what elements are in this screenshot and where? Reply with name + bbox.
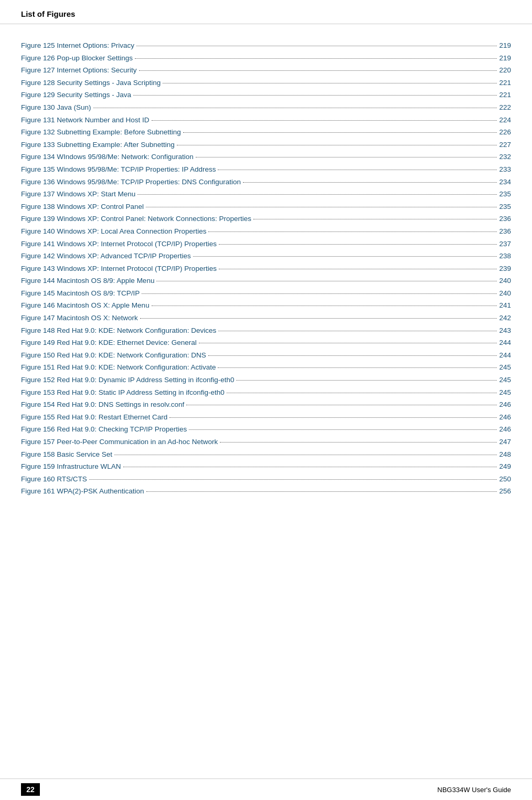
toc-entry-page: 250 xyxy=(499,473,511,485)
toc-dots xyxy=(142,293,497,294)
toc-entry: Figure 145 Macintosh OS 8/9: TCP/IP240 xyxy=(21,288,511,299)
toc-dots xyxy=(135,58,497,59)
toc-entry-page: 232 xyxy=(499,151,511,163)
toc-content: Figure 125 Internet Options: Privacy219F… xyxy=(0,35,532,540)
toc-entry: Figure 130 Java (Sun)222 xyxy=(21,102,511,113)
toc-entry-label: Figure 160 RTS/CTS xyxy=(21,473,87,485)
toc-entry-label: Figure 158 Basic Service Set xyxy=(21,449,112,460)
toc-entry-label: Figure 132 Subnetting Example: Before Su… xyxy=(21,127,181,138)
toc-entry-page: 219 xyxy=(499,40,511,51)
toc-entry-page: 243 xyxy=(499,325,511,336)
toc-entry: Figure 126 Pop-up Blocker Settings219 xyxy=(21,52,511,64)
toc-entry-label: Figure 149 Red Hat 9.0: KDE: Ethernet De… xyxy=(21,337,197,349)
toc-entry-label: Figure 141 Windows XP: Internet Protocol… xyxy=(21,238,217,250)
toc-entry-label: Figure 129 Security Settings - Java xyxy=(21,89,131,101)
toc-entry: Figure 125 Internet Options: Privacy219 xyxy=(21,40,511,51)
toc-dots xyxy=(136,46,497,46)
toc-entry: Figure 146 Macintosh OS X: Apple Menu241 xyxy=(21,300,511,311)
toc-dots xyxy=(218,367,497,368)
toc-entry-label: Figure 155 Red Hat 9.0: Restart Ethernet… xyxy=(21,412,167,423)
toc-entry-page: 233 xyxy=(499,164,511,175)
toc-entry-page: 248 xyxy=(499,449,511,460)
toc-entry: Figure 128 Security Settings - Java Scri… xyxy=(21,77,511,89)
toc-entry: Figure 153 Red Hat 9.0: Static IP Addres… xyxy=(21,387,511,398)
toc-entry-label: Figure 150 Red Hat 9.0: KDE: Network Con… xyxy=(21,350,206,361)
toc-entry: Figure 160 RTS/CTS250 xyxy=(21,473,511,485)
toc-dots xyxy=(89,479,497,480)
toc-dots xyxy=(137,194,497,195)
toc-dots xyxy=(163,83,497,83)
toc-entry: Figure 134 WIndows 95/98/Me: Network: Co… xyxy=(21,151,511,163)
toc-entry: Figure 132 Subnetting Example: Before Su… xyxy=(21,127,511,138)
toc-dots xyxy=(152,306,497,306)
toc-dots xyxy=(253,219,497,219)
toc-dots xyxy=(114,455,497,455)
toc-entry: Figure 142 Windows XP: Advanced TCP/IP P… xyxy=(21,250,511,262)
toc-entry: Figure 159 Infrastructure WLAN249 xyxy=(21,461,511,472)
toc-entry-page: 237 xyxy=(499,238,511,250)
toc-entry: Figure 138 Windows XP: Control Panel235 xyxy=(21,201,511,213)
toc-entry-page: 245 xyxy=(499,374,511,386)
toc-entry-page: 240 xyxy=(499,288,511,299)
toc-entry-page: 239 xyxy=(499,263,511,275)
toc-dots xyxy=(236,380,497,381)
toc-entry: Figure 154 Red Hat 9.0: DNS Settings in … xyxy=(21,399,511,410)
toc-entry: Figure 143 Windows XP: Internet Protocol… xyxy=(21,263,511,275)
toc-entry-label: Figure 152 Red Hat 9.0: Dynamic IP Addre… xyxy=(21,374,234,386)
toc-dots xyxy=(189,429,497,430)
toc-entry-page: 246 xyxy=(499,412,511,423)
toc-entry-page: 241 xyxy=(499,300,511,311)
toc-entry-label: Figure 135 Windows 95/98/Me: TCP/IP Prop… xyxy=(21,164,216,175)
toc-entry: Figure 144 Macintosh OS 8/9: Apple Menu2… xyxy=(21,275,511,287)
toc-entry-page: 235 xyxy=(499,188,511,200)
toc-entry-page: 224 xyxy=(499,114,511,126)
toc-entry: Figure 152 Red Hat 9.0: Dynamic IP Addre… xyxy=(21,374,511,386)
toc-entry: Figure 129 Security Settings - Java221 xyxy=(21,89,511,101)
toc-entry: Figure 148 Red Hat 9.0: KDE: Network Con… xyxy=(21,325,511,336)
toc-entry: Figure 141 Windows XP: Internet Protocol… xyxy=(21,238,511,250)
toc-dots xyxy=(177,145,497,145)
toc-entry-page: 244 xyxy=(499,337,511,349)
toc-entry: Figure 139 Windows XP: Control Panel: Ne… xyxy=(21,213,511,225)
toc-entry-page: 245 xyxy=(499,387,511,398)
toc-entry-page: 227 xyxy=(499,139,511,151)
toc-entry-page: 249 xyxy=(499,461,511,472)
toc-entry: Figure 158 Basic Service Set248 xyxy=(21,449,511,460)
toc-entry-page: 236 xyxy=(499,226,511,237)
toc-entry-label: Figure 148 Red Hat 9.0: KDE: Network Con… xyxy=(21,325,216,336)
toc-entry-label: Figure 125 Internet Options: Privacy xyxy=(21,40,134,51)
toc-dots xyxy=(208,231,497,232)
toc-entry-label: Figure 143 Windows XP: Internet Protocol… xyxy=(21,263,217,275)
toc-entry-label: Figure 127 Internet Options: Security xyxy=(21,65,137,76)
toc-entry: Figure 136 Windows 95/98/Me: TCP/IP Prop… xyxy=(21,176,511,188)
toc-entry-page: 236 xyxy=(499,213,511,225)
toc-entry-page: 247 xyxy=(499,436,511,448)
toc-dots xyxy=(227,393,497,393)
toc-entry: Figure 156 Red Hat 9.0: Checking TCP/IP … xyxy=(21,424,511,435)
toc-entry: Figure 133 Subnetting Example: After Sub… xyxy=(21,139,511,151)
toc-dots xyxy=(93,108,497,108)
toc-entry-label: Figure 157 Peer-to-Peer Communication in… xyxy=(21,436,218,448)
toc-dots xyxy=(196,157,497,157)
toc-entry-label: Figure 133 Subnetting Example: After Sub… xyxy=(21,139,175,151)
toc-dots xyxy=(169,417,497,418)
toc-dots xyxy=(146,207,497,207)
toc-entry-page: 222 xyxy=(499,102,511,113)
toc-dots xyxy=(133,95,497,96)
toc-entry: Figure 137 Windows XP: Start Menu235 xyxy=(21,188,511,200)
toc-entry: Figure 161 WPA(2)-PSK Authentication256 xyxy=(21,486,511,497)
toc-entry: Figure 135 Windows 95/98/Me: TCP/IP Prop… xyxy=(21,164,511,175)
toc-dots xyxy=(183,132,497,133)
toc-dots xyxy=(146,491,497,492)
toc-entry: Figure 140 Windows XP: Local Area Connec… xyxy=(21,226,511,237)
toc-entry-page: 219 xyxy=(499,52,511,64)
toc-dots xyxy=(219,269,497,269)
toc-dots xyxy=(218,331,497,331)
page-title: List of Figures xyxy=(21,9,75,18)
toc-entry-page: 234 xyxy=(499,176,511,188)
toc-entry-page: 246 xyxy=(499,399,511,410)
toc-entry-label: Figure 161 WPA(2)-PSK Authentication xyxy=(21,486,144,497)
toc-entry-label: Figure 137 Windows XP: Start Menu xyxy=(21,188,135,200)
toc-entry-label: Figure 142 Windows XP: Advanced TCP/IP P… xyxy=(21,250,191,262)
toc-entry-label: Figure 159 Infrastructure WLAN xyxy=(21,461,121,472)
